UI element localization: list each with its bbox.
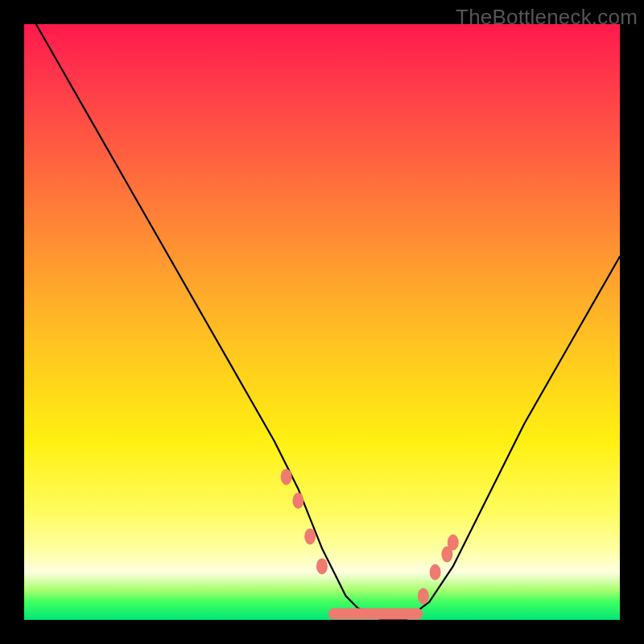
watermark-text: TheBottleneck.com	[456, 5, 638, 30]
marker-dot	[430, 564, 441, 580]
chart-frame: TheBottleneck.com	[0, 0, 644, 644]
plot-area	[24, 24, 620, 620]
marker-dot	[316, 558, 328, 574]
bottleneck-curve-layer	[24, 24, 620, 620]
marker-dot	[304, 528, 316, 544]
marker-dot	[448, 535, 459, 551]
bottleneck-curve	[36, 24, 620, 620]
marker-dot	[281, 469, 292, 485]
marker-dot	[418, 588, 429, 604]
marker-dot	[292, 493, 303, 509]
curve-markers	[281, 469, 459, 604]
